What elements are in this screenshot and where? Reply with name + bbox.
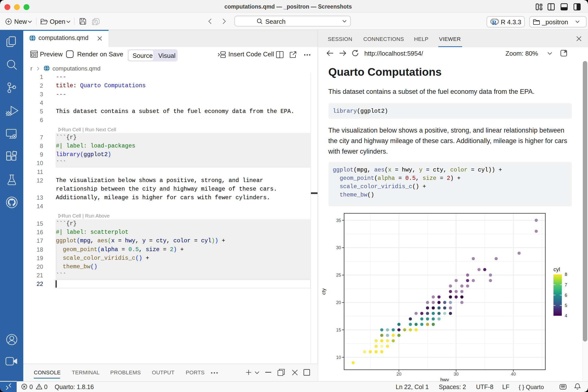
svg-text:8: 8 (565, 272, 567, 277)
svg-text:20: 20 (396, 372, 401, 376)
svg-text:25: 25 (336, 273, 341, 278)
svg-text:35: 35 (336, 218, 341, 223)
svg-text:30: 30 (454, 372, 459, 376)
svg-text:20: 20 (336, 300, 341, 305)
svg-text:cty: cty (321, 288, 326, 295)
svg-text:6: 6 (565, 293, 567, 298)
svg-text:5: 5 (565, 303, 567, 308)
svg-text:40: 40 (511, 372, 516, 376)
svg-text:15: 15 (336, 328, 341, 332)
svg-text:10: 10 (336, 355, 341, 360)
svg-text:7: 7 (565, 282, 567, 288)
svg-text:4: 4 (565, 313, 567, 318)
svg-text:30: 30 (336, 245, 341, 250)
svg-text:cyl: cyl (554, 266, 560, 272)
